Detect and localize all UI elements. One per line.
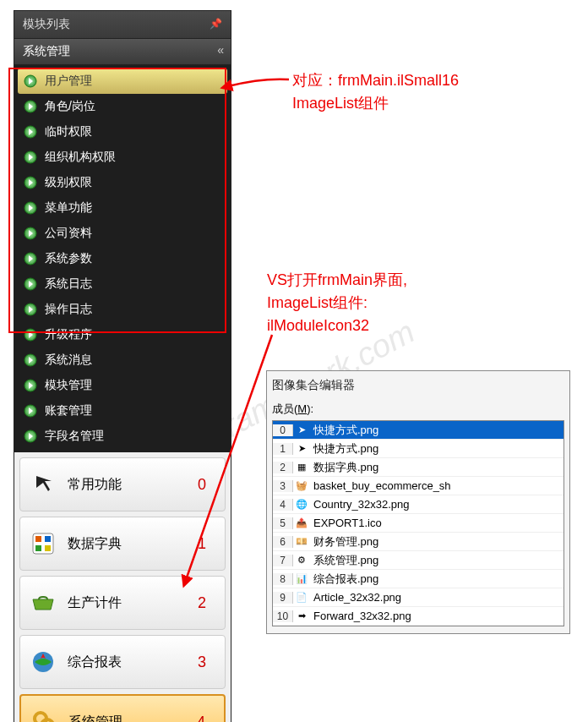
row-filename: 财务管理.png: [310, 534, 564, 550]
arrow-circle-icon: [23, 403, 38, 418]
row-index: 5: [273, 517, 293, 529]
tree-item-label: 字段名管理: [45, 429, 104, 444]
module-button[interactable]: 生产计件2: [19, 576, 226, 630]
module-icon: [30, 708, 58, 722]
file-icon: ▦: [293, 462, 310, 473]
svg-rect-16: [35, 536, 41, 542]
list-row[interactable]: 0➤快捷方式.png: [273, 421, 564, 440]
pin-icon[interactable]: 📌: [210, 18, 222, 30]
tree-item-label: 模块管理: [45, 378, 92, 393]
tree-item[interactable]: 模块管理: [14, 373, 231, 398]
module-button[interactable]: 常用功能0: [19, 457, 226, 511]
annotation-2-line1: VS打开frmMain界面,: [267, 269, 407, 292]
members-listbox[interactable]: 0➤快捷方式.png1➤快捷方式.png2▦数据字典.png3🧺basket_b…: [272, 420, 564, 626]
module-label: 综合报表: [68, 654, 198, 671]
list-row[interactable]: 2▦数据字典.png: [273, 458, 564, 477]
module-button[interactable]: 综合报表3: [19, 635, 226, 689]
module-button[interactable]: 数据字典1: [19, 517, 226, 571]
row-filename: EXPORT1.ico: [310, 517, 564, 529]
row-filename: 综合报表.png: [310, 572, 564, 587]
row-filename: 快捷方式.png: [310, 441, 564, 457]
row-index: 10: [273, 610, 293, 622]
annotation-1-line2: ImageList组件: [292, 92, 459, 115]
file-icon: ➡: [293, 610, 310, 621]
svg-rect-17: [45, 536, 51, 542]
row-index: 8: [273, 573, 293, 585]
row-filename: basket_buy_ecommerce_sh: [310, 479, 564, 492]
editor-title: 图像集合编辑器: [272, 378, 564, 393]
file-icon: ➤: [293, 424, 310, 435]
highlight-box-tree: [8, 68, 226, 333]
annotation-2-line2: ImageList组件:: [267, 292, 407, 315]
list-row[interactable]: 6💴财务管理.png: [273, 533, 564, 551]
module-index: 4: [197, 714, 205, 723]
row-filename: 快捷方式.png: [310, 423, 564, 438]
file-icon: ⚙: [293, 555, 310, 566]
row-index: 2: [273, 462, 293, 473]
module-icon: [29, 529, 57, 558]
list-row[interactable]: 9📄Article_32x32.png: [273, 588, 564, 607]
module-label: 数据字典: [68, 535, 198, 553]
row-index: 1: [273, 443, 293, 455]
annotation-2-line3: ilModuleIcon32: [267, 315, 407, 337]
list-row[interactable]: 7⚙系统管理.png: [273, 551, 564, 570]
row-index: 7: [273, 555, 293, 566]
row-index: 3: [273, 480, 293, 492]
row-filename: 数据字典.png: [310, 460, 564, 475]
module-icon: [29, 648, 57, 676]
arrow-circle-icon: [23, 429, 38, 444]
big-button-area: 常用功能0数据字典1生产计件2综合报表3系统管理4: [14, 452, 231, 722]
panel-title-text: 模块列表: [23, 17, 70, 30]
annotation-1: 对应：frmMain.ilSmall16 ImageList组件: [292, 69, 459, 115]
list-row[interactable]: 4🌐Country_32x32.png: [273, 495, 564, 514]
members-label: 成员(M):: [272, 402, 564, 417]
module-index: 2: [198, 594, 206, 612]
row-filename: Country_32x32.png: [310, 498, 564, 511]
chevron-left-icon: «: [217, 43, 224, 57]
tree-item[interactable]: 系统消息: [14, 347, 231, 373]
svg-rect-18: [35, 545, 41, 551]
module-index: 3: [198, 654, 206, 671]
module-label: 生产计件: [68, 594, 198, 612]
image-collection-editor: 图像集合编辑器 成员(M): 0➤快捷方式.png1➤快捷方式.png2▦数据字…: [266, 370, 570, 634]
row-index: 9: [273, 592, 293, 604]
arrow-circle-icon: [23, 378, 38, 393]
row-index: 4: [273, 499, 293, 511]
module-button[interactable]: 系统管理4: [19, 694, 226, 722]
row-filename: Forward_32x32.png: [310, 610, 564, 622]
tree-item[interactable]: 账套管理: [14, 398, 231, 424]
module-index: 1: [198, 535, 206, 553]
file-icon: 📤: [293, 517, 310, 528]
module-label: 常用功能: [68, 476, 198, 494]
file-icon: 📊: [293, 573, 310, 584]
annotation-1-line1: 对应：frmMain.ilSmall16: [292, 69, 459, 92]
list-row[interactable]: 3🧺basket_buy_ecommerce_sh: [273, 477, 564, 495]
row-filename: Article_32x32.png: [310, 591, 564, 604]
panel-subheader[interactable]: 系统管理 «: [14, 39, 231, 65]
row-index: 0: [273, 424, 293, 436]
panel-title: 模块列表 📌: [14, 11, 231, 39]
svg-rect-19: [45, 545, 51, 551]
module-index: 0: [198, 476, 206, 494]
list-row[interactable]: 10➡Forward_32x32.png: [273, 607, 564, 626]
file-icon: 💴: [293, 536, 310, 547]
list-row[interactable]: 8📊综合报表.png: [273, 570, 564, 588]
file-icon: 📄: [293, 592, 310, 603]
file-icon: ➤: [293, 443, 310, 454]
tree-item-label: 系统消息: [45, 353, 92, 368]
module-icon: [29, 470, 57, 499]
tree-item[interactable]: 字段名管理: [14, 424, 231, 449]
arrow-circle-icon: [23, 353, 38, 368]
row-filename: 系统管理.png: [310, 553, 564, 568]
module-label: 系统管理: [68, 714, 197, 723]
tree-item-label: 账套管理: [45, 403, 92, 418]
file-icon: 🧺: [293, 480, 310, 491]
module-icon: [29, 588, 57, 617]
subheader-text: 系统管理: [23, 44, 70, 57]
list-row[interactable]: 5📤EXPORT1.ico: [273, 514, 564, 533]
annotation-2: VS打开frmMain界面, ImageList组件: ilModuleIcon…: [267, 269, 407, 337]
row-index: 6: [273, 536, 293, 548]
list-row[interactable]: 1➤快捷方式.png: [273, 440, 564, 458]
file-icon: 🌐: [293, 499, 310, 510]
